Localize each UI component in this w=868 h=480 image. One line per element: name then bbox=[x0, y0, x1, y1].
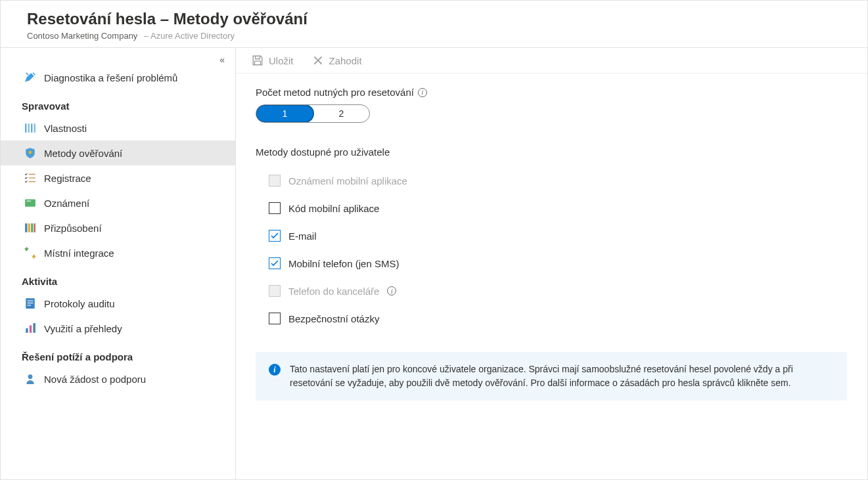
checkbox-icon bbox=[269, 175, 281, 186]
sidebar-item-audit[interactable]: Protokoly auditu bbox=[1, 291, 235, 316]
checkbox-icon[interactable] bbox=[269, 202, 281, 214]
main-content: Uložit Zahodit Počet metod nutných pro r… bbox=[236, 48, 867, 479]
svg-rect-1 bbox=[28, 123, 30, 133]
page-header: Resetování hesla – Metody ověřování Cont… bbox=[1, 1, 867, 48]
save-label: Uložit bbox=[269, 55, 294, 66]
chart-icon bbox=[24, 322, 36, 334]
discard-button[interactable]: Zahodit bbox=[312, 55, 362, 66]
sidebar-item-diagnose[interactable]: Diagnostika a řešení problémů bbox=[1, 65, 235, 90]
method-label: Oznámení mobilní aplikace bbox=[288, 175, 407, 186]
toggle-option-1[interactable]: 1 bbox=[256, 104, 314, 123]
log-icon bbox=[24, 297, 36, 309]
svg-point-21 bbox=[28, 374, 33, 379]
svg-rect-2 bbox=[31, 123, 32, 133]
sidebar-item-label: Místní integrace bbox=[44, 248, 114, 259]
sidebar-item-auth-methods[interactable]: Metody ověřování bbox=[1, 141, 235, 165]
support-icon bbox=[24, 373, 36, 385]
svg-rect-9 bbox=[26, 201, 31, 202]
svg-point-4 bbox=[29, 151, 32, 154]
method-mobile-app-code[interactable]: Kód mobilní aplikace bbox=[256, 194, 848, 222]
method-office-phone: Telefon do kanceláře i bbox=[256, 277, 848, 305]
svg-rect-18 bbox=[26, 328, 28, 333]
company-name: Contoso Marketing Company bbox=[27, 31, 137, 41]
palette-icon bbox=[24, 222, 36, 234]
sidebar-item-label: Přizpůsobení bbox=[44, 223, 102, 234]
checkbox-checked-icon[interactable] bbox=[269, 230, 281, 242]
sidebar-item-onprem[interactable]: Místní integrace bbox=[1, 240, 235, 265]
sidebar-item-registration[interactable]: Registrace bbox=[1, 165, 235, 190]
info-icon[interactable]: i bbox=[387, 286, 396, 295]
svg-rect-17 bbox=[28, 305, 32, 305]
info-icon[interactable]: i bbox=[418, 88, 427, 97]
sidebar-item-label: Nová žádost o podporu bbox=[44, 374, 146, 385]
sidebar-item-support[interactable]: Nová žádost o podporu bbox=[1, 366, 235, 391]
methods-required-toggle[interactable]: 1 2 bbox=[256, 104, 370, 123]
sidebar-item-label: Oznámení bbox=[44, 198, 89, 209]
sidebar-item-label: Využití a přehledy bbox=[44, 323, 122, 334]
sidebar-item-label: Protokoly auditu bbox=[44, 298, 115, 309]
method-email[interactable]: E-mail bbox=[256, 222, 848, 250]
sidebar-item-customization[interactable]: Přizpůsobení bbox=[1, 215, 235, 240]
svg-rect-19 bbox=[30, 326, 32, 333]
sidebar-item-label: Registrace bbox=[44, 173, 91, 184]
svg-rect-20 bbox=[34, 323, 35, 333]
method-mobile-app-notification: Oznámení mobilní aplikace bbox=[256, 167, 848, 194]
toggle-option-2[interactable]: 2 bbox=[313, 105, 369, 122]
sync-icon bbox=[24, 247, 36, 259]
method-label: E-mail bbox=[288, 230, 317, 242]
svg-rect-3 bbox=[34, 123, 35, 133]
sidebar-item-label: Diagnostika a řešení problémů bbox=[44, 72, 177, 83]
svg-rect-0 bbox=[25, 123, 26, 133]
toolbar: Uložit Zahodit bbox=[236, 48, 867, 74]
sidebar-section-trouble: Řešení potíží a podpora bbox=[1, 341, 235, 366]
page-title: Resetování hesla – Metody ověřování bbox=[27, 10, 841, 28]
sidebar-item-label: Metody ověřování bbox=[44, 148, 122, 159]
info-text: Tato nastavení platí jen pro koncové uži… bbox=[290, 362, 834, 390]
notification-icon bbox=[24, 197, 36, 209]
svg-rect-11 bbox=[28, 223, 30, 232]
method-label: Mobilní telefon (jen SMS) bbox=[288, 258, 399, 269]
shield-icon bbox=[24, 147, 36, 159]
save-icon bbox=[252, 55, 263, 66]
info-banner: i Tato nastavení platí jen pro koncové u… bbox=[256, 352, 847, 401]
method-label: Bezpečnostní otázky bbox=[288, 313, 379, 324]
method-label: Kód mobilní aplikace bbox=[288, 203, 379, 214]
product-name: – Azure Active Directory bbox=[144, 31, 235, 41]
available-methods-label: Metody dostupné pro uživatele bbox=[256, 146, 848, 158]
svg-rect-10 bbox=[25, 223, 27, 232]
sliders-icon bbox=[24, 122, 36, 134]
method-security-questions[interactable]: Bezpečnostní otázky bbox=[256, 305, 848, 332]
sidebar-item-label: Vlastnosti bbox=[44, 123, 87, 134]
svg-rect-15 bbox=[28, 301, 34, 301]
info-badge-icon: i bbox=[269, 364, 281, 376]
sidebar-item-properties[interactable]: Vlastnosti bbox=[1, 116, 235, 141]
wrench-icon bbox=[24, 72, 36, 83]
svg-rect-8 bbox=[25, 199, 35, 206]
method-label: Telefon do kanceláře bbox=[288, 286, 379, 297]
method-mobile-phone[interactable]: Mobilní telefon (jen SMS) bbox=[256, 250, 848, 277]
svg-rect-13 bbox=[34, 223, 35, 232]
svg-rect-12 bbox=[31, 223, 33, 232]
checkbox-checked-icon[interactable] bbox=[269, 257, 281, 269]
checkbox-icon[interactable] bbox=[269, 313, 281, 324]
sidebar-item-notifications[interactable]: Oznámení bbox=[1, 190, 235, 215]
collapse-sidebar-icon[interactable]: « bbox=[219, 55, 225, 65]
sidebar-section-manage: Spravovat bbox=[1, 90, 235, 116]
save-button[interactable]: Uložit bbox=[252, 55, 294, 66]
sidebar-section-activity: Aktivita bbox=[1, 265, 235, 291]
checklist-icon bbox=[24, 172, 36, 184]
sidebar-item-usage[interactable]: Využití a přehledy bbox=[1, 316, 235, 341]
methods-required-label: Počet metod nutných pro resetování i bbox=[256, 87, 848, 98]
close-icon bbox=[312, 55, 324, 66]
sidebar: « Diagnostika a řešení problémů Spravova… bbox=[1, 48, 236, 479]
svg-rect-16 bbox=[28, 303, 34, 303]
page-subtitle: Contoso Marketing Company – Azure Active… bbox=[27, 31, 841, 41]
discard-label: Zahodit bbox=[329, 55, 362, 66]
checkbox-icon bbox=[269, 285, 281, 297]
